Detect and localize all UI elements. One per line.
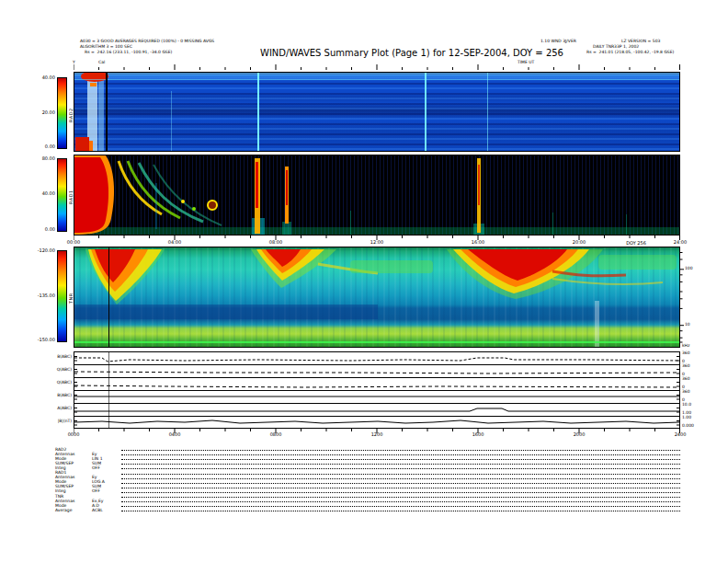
mid-tick-6: 24:00	[674, 240, 687, 245]
bottom-tick-2: 0800	[270, 432, 282, 437]
row-label-3: B(ABC)	[37, 394, 72, 398]
dotted-leader	[121, 464, 680, 465]
dotted-leader	[121, 474, 680, 475]
freq-tick-10: 10	[685, 323, 690, 327]
rad1-colorbar-tick-mid: 40.00	[33, 191, 55, 196]
rad2-colorbar-tick-min: 0.00	[33, 144, 55, 149]
row-tick-5-bottom: 0.000	[682, 424, 694, 429]
rad1-spectrogram	[74, 155, 680, 236]
row-tick-2-top: 360	[682, 377, 690, 382]
rad2-spectrogram	[74, 72, 680, 152]
doy-label: DOY 256	[626, 241, 646, 246]
mid-tick-3: 12:00	[370, 240, 383, 245]
rad1-colorbar	[57, 158, 67, 232]
row-label-2: Q(ABC)	[37, 381, 72, 385]
row-label-1: Q(ABC)	[37, 368, 72, 373]
tnr-colorbar	[57, 250, 67, 342]
row-label-4: A(ABC)	[37, 407, 72, 411]
row-tick-1-top: 360	[682, 364, 690, 369]
dotted-leader	[121, 506, 680, 507]
rad2-colorbar-tick-mid: 20.00	[33, 110, 55, 115]
rad2-colorbar	[57, 77, 67, 149]
version-text: 1.10 WND 3J/VER	[540, 40, 576, 44]
bottom-tick-5: 2000	[574, 432, 586, 437]
dotted-leader	[121, 511, 680, 511]
dotted-leader	[121, 483, 680, 484]
tnr-freq-axis	[680, 247, 687, 348]
tnr-colorbar-tick-mid: -135.00	[33, 293, 55, 298]
top-time-axis	[74, 64, 680, 70]
freq-tick-100: 100	[685, 267, 693, 271]
bottom-tick-1: 0400	[169, 432, 181, 437]
dotted-leader	[121, 497, 680, 498]
tnr-colorbar-tick-min: -150.00	[33, 338, 55, 342]
line-plot-grid	[74, 351, 680, 429]
receiver-status-block: RAD2 AntennasEy ModeLIN 1 SUM/SEPSUM Int…	[55, 447, 680, 512]
tnr-colorbar-tick-max: -120.00	[33, 248, 55, 253]
dotted-leader	[121, 454, 680, 455]
freq-unit-label: kHz	[682, 344, 689, 349]
dotted-leader	[121, 492, 680, 493]
dotted-leader	[121, 501, 680, 502]
dotted-leader	[121, 459, 680, 460]
rad2-colorbar-tick-max: 40.00	[33, 75, 55, 80]
row-label-0: B(ABC)	[37, 355, 72, 360]
dotted-leader	[121, 468, 680, 469]
page-title: WIND/WAVES Summary Plot (Page 1) for 12-…	[260, 49, 563, 58]
rs-end-text: Rs = 241.01 (218.05, -100.42, -19.8 GSE)	[586, 51, 674, 55]
footer-value: OFF	[92, 489, 121, 494]
bottom-tick-3: 1200	[371, 432, 383, 437]
mid-tick-4: 16:00	[472, 240, 484, 245]
footer-label: Average	[55, 509, 92, 513]
dotted-leader	[121, 488, 680, 488]
line-plot-traces	[74, 352, 679, 428]
bottom-tick-0: 0000	[68, 432, 80, 437]
row-tick-3-top: 360	[682, 390, 690, 395]
row-label-5: |B|(nT)	[37, 419, 72, 424]
tnr-spectrogram	[74, 247, 680, 348]
waves-summary-plot: A030 = 3 GOOD AVERAGES REQUIRED (100%) -…	[0, 0, 728, 563]
rad1-colorbar-tick-min: 0.00	[33, 227, 55, 232]
rad1-features	[74, 155, 679, 235]
row-tick-4-top: 10.0	[682, 403, 691, 408]
mid-tick-2: 08:00	[269, 240, 282, 245]
bottom-tick-4: 1600	[472, 432, 484, 437]
tnr-features	[74, 247, 679, 347]
mid-tick-0: 00:00	[67, 240, 80, 245]
dotted-leader	[121, 478, 680, 479]
mid-tick-5: 20:00	[573, 240, 586, 245]
rad2-features	[74, 73, 679, 151]
row-tick-0-top: 360	[682, 351, 690, 356]
footer-value: OFF	[92, 466, 121, 471]
row-tick-5-top: 1.00	[682, 416, 691, 420]
footer-line: AverageACBL	[55, 508, 680, 512]
info-line-3: Rs = 242.16 (233.11, -100.91, -34.0 GSE)	[85, 51, 172, 55]
rad1-colorbar-tick-max: 80.00	[33, 156, 55, 161]
dotted-leader	[121, 450, 680, 451]
bottom-tick-6: 2400	[675, 432, 687, 437]
mid-tick-1: 04:00	[168, 240, 181, 245]
footer-value: ACBL	[92, 509, 121, 513]
